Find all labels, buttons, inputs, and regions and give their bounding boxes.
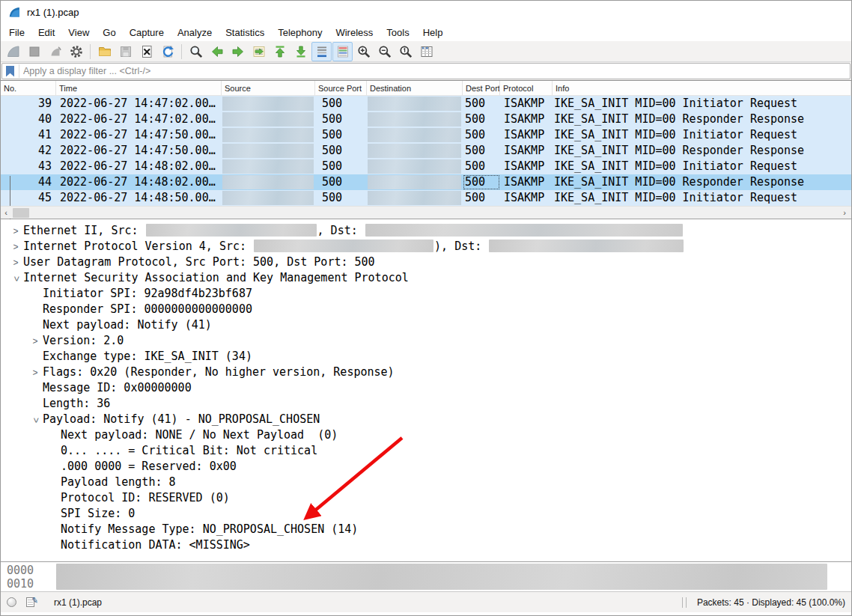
detail-row[interactable]: Notification DATA: <MISSING> [1, 537, 851, 553]
detail-text: SPI Size: 0 [61, 507, 135, 520]
zoom-out-icon[interactable] [374, 42, 395, 61]
restart-capture-icon[interactable] [45, 42, 65, 61]
resize-columns-icon[interactable] [416, 42, 436, 61]
scroll-right-arrow-icon[interactable]: › [839, 207, 850, 219]
expander-icon[interactable]: > [8, 240, 23, 255]
redacted-hex-bytes [56, 564, 827, 590]
detail-row[interactable]: Length: 36 [1, 396, 851, 412]
detail-row[interactable]: Notify Message Type: NO_PROPOSAL_CHOSEN … [1, 522, 851, 537]
capture-comment-icon[interactable]: ✎ [26, 597, 37, 608]
menu-bar: FileEditViewGoCaptureAnalyzeStatisticsTe… [1, 23, 851, 41]
menu-item[interactable]: Capture [123, 25, 171, 40]
detail-row[interactable]: >User Datagram Protocol, Src Port: 500, … [1, 254, 851, 270]
expander-icon[interactable]: > [28, 413, 43, 428]
scroll-left-arrow-icon[interactable]: ‹ [1, 207, 11, 219]
display-filter-input[interactable] [23, 66, 850, 76]
column-header[interactable]: Source Port [315, 81, 367, 95]
zoom-original-icon[interactable] [395, 42, 416, 61]
detail-row[interactable]: Responder SPI: 0000000000000000 [1, 302, 851, 317]
expander-icon[interactable]: > [28, 365, 43, 381]
packet-row[interactable]: 41 2022-06-27 14:47:50.00… 500 500 ISAKM… [1, 127, 851, 143]
detail-row[interactable]: Next payload: Notify (41) [1, 317, 851, 333]
find-packet-icon[interactable] [186, 42, 206, 61]
column-header[interactable]: Source [222, 81, 315, 95]
stop-capture-icon[interactable] [24, 42, 44, 61]
open-file-icon[interactable] [94, 42, 115, 61]
column-header[interactable]: Dest Port [463, 81, 500, 95]
detail-row[interactable]: >Payload: Notify (41) - NO_PROPOSAL_CHOS… [1, 412, 851, 427]
go-forward-icon[interactable] [228, 42, 248, 61]
scrollbar-thumb[interactable] [13, 208, 29, 218]
horizontal-scrollbar[interactable]: ‹ › [1, 206, 851, 219]
detail-row[interactable]: >Internet Protocol Version 4, Src: ), Ds… [1, 239, 851, 254]
expander-icon[interactable]: > [8, 255, 23, 271]
detail-row[interactable]: Message ID: 0x00000000 [1, 380, 851, 396]
packet-row[interactable]: 45 2022-06-27 14:48:50.00… 500 500 ISAKM… [1, 190, 851, 206]
detail-row[interactable]: >Flags: 0x20 (Responder, No higher versi… [1, 365, 851, 380]
redacted-destination [368, 144, 461, 158]
detail-row[interactable]: .000 0000 = Reserved: 0x00 [1, 459, 851, 475]
detail-row[interactable]: >Internet Security Association and Key M… [1, 270, 851, 286]
reload-file-icon[interactable] [157, 42, 177, 61]
colorize-icon[interactable] [332, 42, 353, 61]
packet-source-port: 500 [315, 127, 367, 143]
detail-row[interactable]: >Ethernet II, Src: , Dst: [1, 223, 851, 239]
detail-row[interactable]: SPI Size: 0 [1, 506, 851, 522]
menu-item[interactable]: Edit [31, 25, 61, 40]
packet-info: IKE_SA_INIT MID=00 Initiator Request [553, 190, 851, 206]
menu-item[interactable]: Statistics [219, 25, 271, 40]
filter-bookmark-icon[interactable] [6, 66, 14, 77]
menu-item[interactable]: Help [416, 25, 450, 40]
zoom-in-icon[interactable] [353, 42, 374, 61]
redacted-destination [368, 175, 461, 189]
display-filter-box[interactable] [1, 63, 851, 79]
start-capture-icon[interactable] [3, 42, 23, 61]
packet-row[interactable]: 42 2022-06-27 14:47:50.00… 500 500 ISAKM… [1, 143, 851, 159]
menu-item[interactable]: Telephony [271, 25, 329, 40]
menu-item[interactable]: Tools [380, 25, 416, 40]
menu-item[interactable]: Analyze [171, 25, 219, 40]
redacted-source [222, 175, 314, 189]
save-file-icon[interactable] [115, 42, 136, 61]
packet-dest-port: 500 [463, 127, 500, 143]
packet-row[interactable]: 40 2022-06-27 14:47:02.00… 500 500 ISAKM… [1, 112, 851, 127]
packet-row[interactable]: 39 2022-06-27 14:47:02.00… 500 500 ISAKM… [1, 96, 851, 112]
packet-time: 2022-06-27 14:47:02.00… [56, 112, 222, 127]
last-packet-icon[interactable] [290, 42, 311, 61]
go-back-icon[interactable] [207, 42, 227, 61]
column-header[interactable]: Destination [367, 81, 463, 95]
go-to-packet-icon[interactable] [249, 42, 269, 61]
detail-row[interactable]: Payload length: 8 [1, 475, 851, 490]
packet-list-body: 39 2022-06-27 14:47:02.00… 500 500 ISAKM… [1, 96, 851, 206]
column-header[interactable]: Protocol [500, 81, 553, 95]
detail-row[interactable]: 0... .... = Critical Bit: Not critical [1, 443, 851, 459]
packet-info: IKE_SA_INIT MID=00 Initiator Request [553, 96, 851, 112]
detail-row[interactable]: Initiator SPI: 92a98df4b23bf687 [1, 286, 851, 302]
detail-row[interactable]: Next payload: NONE / No Next Payload (0) [1, 427, 851, 443]
expander-icon[interactable]: > [28, 334, 43, 350]
packet-number: 39 [1, 96, 56, 112]
expert-info-icon[interactable] [7, 597, 16, 607]
packet-row[interactable]: 44 2022-06-27 14:48:02.00… 500 500 ISAKM… [1, 174, 851, 190]
auto-scroll-icon[interactable] [311, 42, 332, 61]
column-header[interactable]: Info [553, 81, 851, 95]
menu-item[interactable]: File [2, 25, 31, 40]
expander-icon[interactable]: > [8, 272, 24, 287]
column-header[interactable]: No. [1, 81, 56, 95]
detail-row[interactable]: >Version: 2.0 [1, 333, 851, 349]
first-packet-icon[interactable] [270, 42, 290, 61]
detail-row[interactable]: Exchange type: IKE_SA_INIT (34) [1, 349, 851, 365]
close-file-icon[interactable] [136, 42, 156, 61]
wireshark-logo-icon [8, 6, 21, 19]
packet-row[interactable]: 43 2022-06-27 14:48:02.00… 500 500 ISAKM… [1, 159, 851, 174]
detail-text: Version: 2.0 [43, 334, 124, 347]
packet-dest-port: 500 [463, 159, 500, 174]
detail-row[interactable]: Protocol ID: RESERVED (0) [1, 490, 851, 506]
capture-options-icon[interactable] [66, 42, 86, 61]
column-header[interactable]: Time [56, 81, 222, 95]
menu-item[interactable]: Wireless [329, 25, 380, 40]
expander-icon[interactable]: > [8, 224, 23, 240]
menu-item[interactable]: View [61, 25, 96, 40]
detail-text: Message ID: 0x00000000 [43, 381, 192, 394]
menu-item[interactable]: Go [96, 25, 122, 40]
